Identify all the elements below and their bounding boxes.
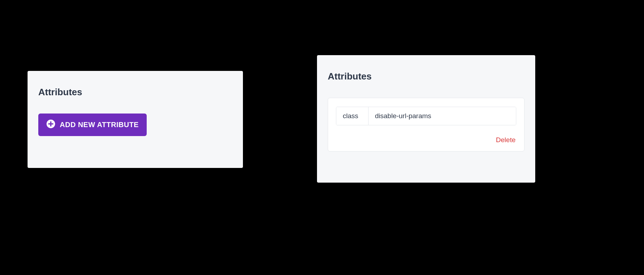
attribute-value-input[interactable]: [369, 107, 516, 125]
add-attribute-button-label: ADD NEW ATTRIBUTE: [60, 121, 139, 129]
panel-title: Attributes: [38, 87, 232, 98]
add-attribute-button[interactable]: ADD NEW ATTRIBUTE: [38, 114, 147, 136]
plus-circle-icon: [46, 119, 55, 130]
attribute-actions: Delete: [336, 135, 516, 145]
attributes-panel-filled: Attributes Delete: [317, 55, 535, 183]
attribute-card: Delete: [328, 98, 525, 151]
svg-rect-2: [48, 123, 53, 124]
delete-attribute-button[interactable]: Delete: [495, 135, 516, 145]
panel-title: Attributes: [328, 71, 525, 82]
attribute-row: [336, 107, 516, 125]
attribute-key-input[interactable]: [336, 107, 369, 125]
attributes-panel-empty: Attributes ADD NEW ATTRIBUTE: [28, 71, 243, 168]
